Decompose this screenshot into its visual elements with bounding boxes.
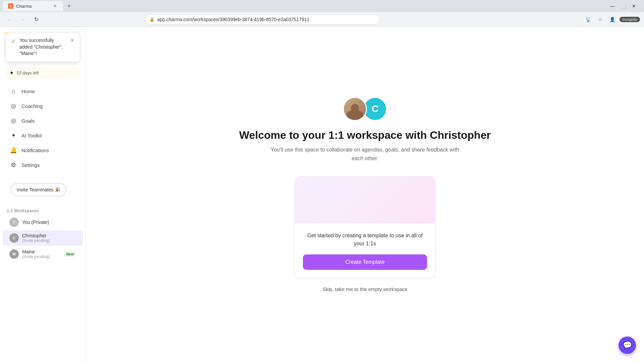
reload-button[interactable]: ↻ — [31, 14, 42, 25]
sidebar-item-label: AI Toolkit — [21, 133, 42, 138]
invite-teammates-button[interactable]: Invite Teammates 🎉 — [11, 183, 66, 196]
template-description: Get started by creating a template to us… — [303, 232, 427, 248]
sidebar-item-label: Notifications — [21, 147, 49, 153]
avatar-group: C — [343, 97, 387, 121]
sidebar-item-label: Home — [21, 88, 35, 94]
tab-title: Charma — [16, 4, 50, 9]
active-tab[interactable]: C Charma ✕ — [3, 1, 63, 11]
tab-favicon: C — [8, 3, 13, 9]
avatar-photo-user — [343, 97, 367, 121]
close-button[interactable]: ✕ — [629, 1, 639, 11]
settings-icon: ⚙ — [9, 161, 17, 169]
toast-close-button[interactable]: ✕ — [70, 37, 74, 44]
sidebar-item-label: Goals — [21, 118, 35, 124]
toast-message: You successfully added "Christopher", "M… — [19, 37, 67, 57]
nav-items: ⌂ Home ◎ Coaching ◎ Goals ✦ AI Toolkit 🔔… — [0, 81, 86, 175]
maximize-button[interactable]: ⬜ — [619, 1, 628, 11]
skip-link[interactable]: Skip, take me to the empty workspace — [322, 286, 407, 292]
sidebar: ✓ You successfully added "Christopher", … — [0, 27, 86, 362]
workspace-description: You'll use this space to collaborate on … — [264, 145, 466, 163]
sidebar-item-label: Settings — [21, 162, 40, 168]
trial-badge[interactable]: ✦ 13 days left — [5, 67, 80, 79]
sidebar-item-label: Coaching — [21, 103, 43, 109]
incognito-badge: Incognito — [620, 17, 640, 22]
back-button[interactable]: ‹ — [4, 14, 15, 25]
avatar-maine: M — [9, 249, 19, 259]
workspace-item-private[interactable]: Y You (Private) — [3, 215, 83, 230]
browser-chrome: C Charma ✕ + — ⬜ ✕ ‹ › ↻ 🔒 app.charma.co… — [0, 0, 644, 27]
workspace-sub: (Invite pending) — [22, 238, 50, 243]
sidebar-item-home[interactable]: ⌂ Home — [3, 84, 83, 98]
sidebar-item-settings[interactable]: ⚙ Settings — [3, 158, 83, 172]
chat-bubble-button[interactable]: 💬 — [619, 337, 636, 354]
cast-icon[interactable]: 📡 — [583, 15, 593, 24]
window-controls: — ⬜ ✕ — [608, 1, 641, 11]
workspace-sub: (Invite pending) — [22, 254, 60, 259]
template-body: Get started by creating a template to us… — [295, 224, 435, 278]
chat-icon: 💬 — [623, 341, 632, 350]
template-card: Get started by creating a template to us… — [294, 176, 435, 278]
goals-icon: ◎ — [9, 117, 17, 124]
workspace-item-maine[interactable]: M Maine (Invite pending) New — [3, 246, 83, 262]
create-template-button[interactable]: Create Template — [303, 254, 427, 270]
address-bar: ‹ › ↻ 🔒 app.charma.com/workspaces/390399… — [0, 12, 644, 27]
sidebar-item-ai-toolkit[interactable]: ✦ AI Toolkit — [3, 128, 83, 142]
workspaces-section-label: 1:1 Workspaces — [0, 204, 86, 215]
toast-notification: ✓ You successfully added "Christopher", … — [5, 32, 80, 62]
new-badge: New — [64, 251, 76, 257]
ai-toolkit-icon: ✦ — [9, 132, 17, 139]
forward-button[interactable]: › — [17, 14, 28, 25]
sidebar-item-goals[interactable]: ◎ Goals — [3, 114, 83, 128]
workspace-name: You (Private) — [22, 220, 49, 225]
avatar-private: Y — [9, 218, 19, 227]
new-tab-button[interactable]: + — [64, 1, 74, 11]
sidebar-item-coaching[interactable]: ◎ Coaching — [3, 99, 83, 113]
notifications-icon: 🔔 — [9, 146, 17, 154]
main-content: C Welcome to your 1:1 workspace with Chr… — [86, 27, 644, 362]
workspace-title: Welcome to your 1:1 workspace with Chris… — [239, 129, 491, 141]
trial-icon: ✦ — [9, 70, 14, 76]
tab-bar: C Charma ✕ + — ⬜ ✕ — [0, 0, 644, 12]
profile-icon[interactable]: 👤 — [607, 15, 617, 24]
url-text: app.charma.com/workspaces/390399eb-3874-… — [157, 17, 375, 22]
workspace-item-christopher[interactable]: C Christopher (Invite pending) — [3, 230, 83, 246]
minimize-button[interactable]: — — [608, 1, 617, 11]
trial-text: 13 days left — [16, 70, 39, 75]
workspace-header: C — [343, 97, 387, 121]
page-wrapper: ✓ You successfully added "Christopher", … — [0, 0, 644, 362]
workspace-name: Maine — [22, 249, 60, 254]
sidebar-item-notifications[interactable]: 🔔 Notifications — [3, 143, 83, 157]
bookmark-icon[interactable]: ☆ — [595, 15, 605, 24]
coaching-icon: ◎ — [9, 102, 17, 110]
address-icons: 📡 ☆ 👤 Incognito — [583, 15, 640, 24]
template-preview — [295, 177, 435, 224]
workspace-name: Christopher — [22, 233, 50, 238]
toast-success-icon: ✓ — [11, 38, 16, 45]
tab-close-button[interactable]: ✕ — [52, 3, 58, 9]
invite-button-label: Invite Teammates 🎉 — [17, 187, 60, 192]
url-bar[interactable]: 🔒 app.charma.com/workspaces/390399eb-387… — [145, 14, 380, 24]
avatar-christopher: C — [9, 233, 19, 243]
home-icon: ⌂ — [9, 88, 17, 95]
